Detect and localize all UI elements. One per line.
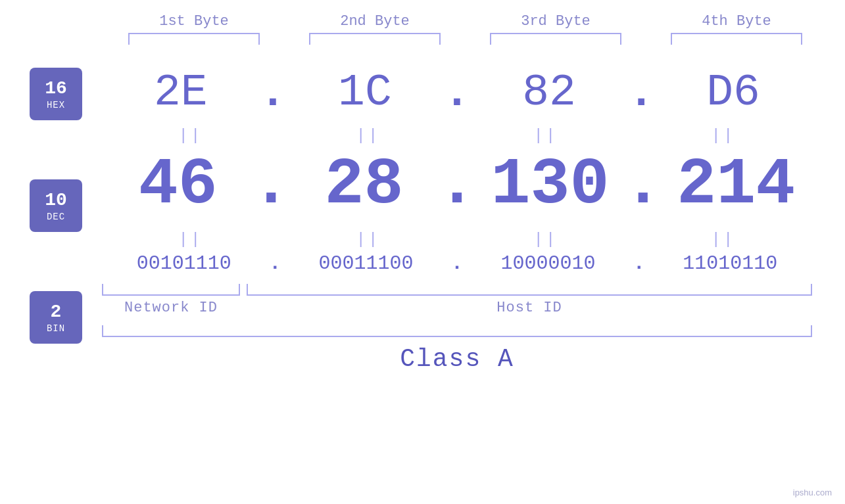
byte-headers: 1st Byte 2nd Byte 3rd Byte 4th Byte [104,13,827,30]
equals-row-2: || || || || [102,231,812,248]
network-id-label: Network ID [102,300,240,316]
hex-val-1: 2E [109,68,253,118]
byte1-header: 1st Byte [122,13,266,30]
bracket-byte1 [128,33,260,45]
dot-bin-2: . [451,252,463,275]
bin-badge: 2 BIN [30,291,82,344]
bin-val-3: 10000010 [475,252,620,275]
left-labels: 16 HEX 10 DEC 2 BIN [30,68,82,344]
bracket-byte2 [309,33,441,45]
dec-val-1: 46 [106,152,251,218]
eq1-2: || [296,127,441,145]
eq1-3: || [473,127,618,145]
bin-row: 00101110 . 00011100 . 10000010 . 1101011… [102,252,812,275]
bracket-byte3 [490,33,621,45]
bin-val-2: 00011100 [294,252,439,275]
dot-dec-2: . [437,148,477,222]
dec-row: 46 . 28 . 130 . 214 [102,148,812,222]
class-label: Class A [102,345,812,373]
network-bracket [102,284,240,296]
bracket-byte4 [671,33,802,45]
byte3-header: 3rd Byte [483,13,628,30]
values-grid: 2E . 1C . 82 . D6 || || || || 46 . 28 . [102,68,845,373]
host-id-label: Host ID [247,300,812,316]
dec-val-3: 130 [477,152,622,218]
dot-bin-1: . [269,252,281,275]
eq1-4: || [651,127,796,145]
dec-badge: 10 DEC [30,179,82,232]
byte4-header: 4th Byte [664,13,809,30]
dot-bin-3: . [633,252,645,275]
dec-val-2: 28 [292,152,437,218]
content-area: 16 HEX 10 DEC 2 BIN 2E . 1C . 82 . D6 [0,55,845,373]
hex-badge: 16 HEX [30,68,82,120]
class-bracket [102,325,812,337]
bin-val-4: 11010110 [658,252,802,275]
bottom-brackets-container [102,284,812,296]
dot-hex-3: . [628,68,655,118]
dot-dec-1: . [251,148,291,222]
eq2-1: || [118,231,263,248]
eq1-1: || [118,127,263,145]
hex-row: 2E . 1C . 82 . D6 [102,68,812,118]
eq2-2: || [296,231,441,248]
dot-hex-1: . [259,68,286,118]
network-host-labels: Network ID Host ID [102,300,812,316]
dot-dec-3: . [623,148,663,222]
hex-val-4: D6 [661,68,806,118]
main-container: 1st Byte 2nd Byte 3rd Byte 4th Byte 16 H… [0,0,845,504]
bin-val-1: 00101110 [112,252,256,275]
host-bracket [247,284,812,296]
eq2-4: || [651,231,796,248]
watermark: ipshu.com [793,488,832,497]
dec-val-4: 214 [664,152,808,218]
hex-val-3: 82 [477,68,621,118]
dot-hex-2: . [444,68,471,118]
equals-row-1: || || || || [102,127,812,145]
hex-val-2: 1C [293,68,437,118]
top-brackets [104,33,827,45]
eq2-3: || [473,231,618,248]
byte2-header: 2nd Byte [302,13,447,30]
